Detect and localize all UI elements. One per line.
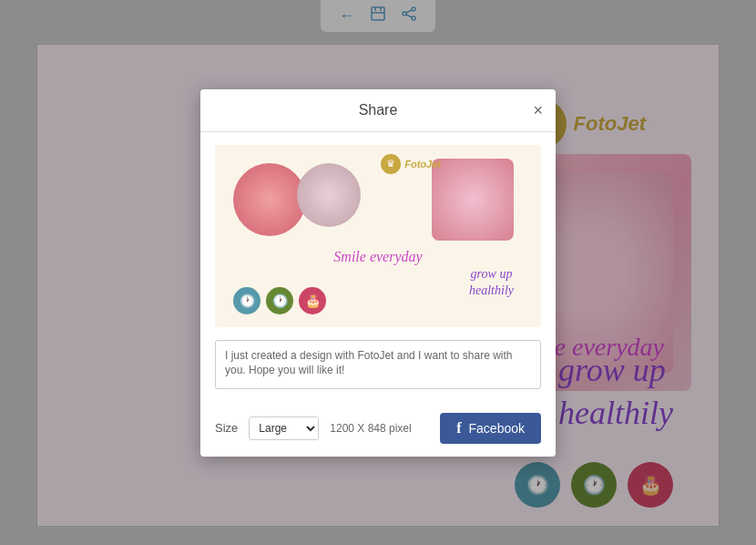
size-select[interactable]: Large Medium Small bbox=[250, 417, 318, 439]
facebook-label: Facebook bbox=[469, 421, 525, 436]
size-label: Size bbox=[215, 421, 238, 435]
mini-collage: ♛ FotoJet Smile everyday grow uphealthil… bbox=[215, 145, 541, 327]
size-select-wrapper: Large Medium Small bbox=[249, 416, 319, 440]
modal-preview: ♛ FotoJet Smile everyday grow uphealthil… bbox=[215, 145, 541, 327]
mini-icons: 🕐 🕐 🎂 bbox=[233, 287, 326, 314]
mini-icon-3: 🎂 bbox=[299, 287, 326, 314]
mini-logo-icon: ♛ bbox=[381, 154, 401, 174]
mini-photo-3 bbox=[432, 159, 514, 241]
modal-footer: Size Large Medium Small 1200 X 848 pixel… bbox=[200, 404, 556, 457]
close-button[interactable]: × bbox=[533, 102, 543, 118]
mini-grow-text: grow uphealthily bbox=[469, 266, 514, 299]
mini-smile-text: Smile everyday bbox=[333, 249, 422, 265]
mini-icon-2: 🕐 bbox=[266, 287, 293, 314]
mini-photo-2 bbox=[297, 163, 361, 227]
modal-overlay: Share × ♛ FotoJet Smile everyday grow up… bbox=[0, 0, 756, 545]
modal-title: Share bbox=[359, 102, 398, 118]
message-textarea[interactable]: I just created a design with FotoJet and… bbox=[215, 340, 541, 389]
facebook-button[interactable]: f Facebook bbox=[440, 413, 541, 444]
mini-logo-text: FotoJet bbox=[404, 159, 441, 170]
facebook-icon: f bbox=[456, 420, 461, 437]
share-modal: Share × ♛ FotoJet Smile everyday grow up… bbox=[200, 89, 556, 457]
mini-icon-1: 🕐 bbox=[233, 287, 261, 314]
modal-message: I just created a design with FotoJet and… bbox=[215, 340, 541, 393]
modal-header: Share × bbox=[200, 89, 556, 132]
size-pixels: 1200 X 848 pixel bbox=[330, 422, 411, 435]
mini-photo-1 bbox=[233, 163, 306, 236]
mini-logo: ♛ FotoJet bbox=[381, 154, 441, 174]
